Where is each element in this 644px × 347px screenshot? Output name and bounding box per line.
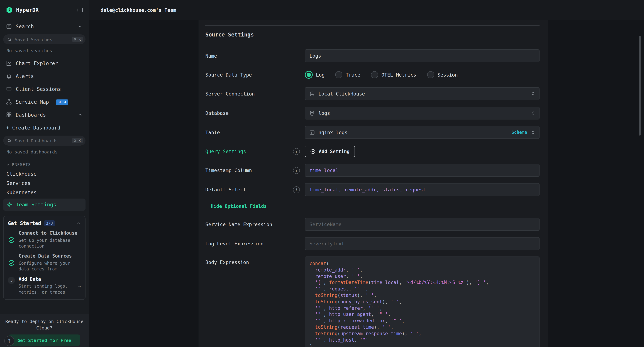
sidebar-item-services[interactable]: Services [0, 178, 89, 188]
section-divider [205, 26, 540, 26]
default-select-label: Default Select [205, 187, 246, 192]
select-value: logs [318, 110, 330, 116]
sidebar-item-chart-explorer[interactable]: Chart Explorer [0, 57, 89, 70]
database-icon [310, 110, 315, 116]
page-title: dale@clickhouse.com's Team [100, 7, 176, 13]
promo-line2: Cloud? [0, 325, 89, 331]
code-line: '"', http_x_forwarded_for, '" ', [310, 318, 535, 324]
default-select-row: Default Select ? [205, 183, 540, 196]
radio-icon [427, 71, 434, 78]
help-circle-icon[interactable]: ? [293, 186, 300, 193]
get-started-step-connect[interactable]: Connect to ClickHouse Set up your databa… [8, 230, 81, 249]
hide-optional-fields-link[interactable]: Hide Optional Fields [211, 204, 267, 209]
content-area: Source Settings Name Source Data Type [89, 20, 644, 347]
sidebar-item-kubernetes[interactable]: Kubernetes [0, 188, 89, 197]
radio-label: Log [316, 72, 325, 78]
app-window: HyperDX Search Saved Searches ⌘ K No sav… [0, 0, 644, 347]
table-row-field: Table nginx_logs Schema [205, 126, 540, 139]
get-started-step-sources[interactable]: Create Data Sources Configure where your… [8, 254, 81, 272]
step-desc: Configure where your data comes from [18, 260, 81, 272]
radio-log[interactable]: Log [305, 71, 325, 79]
presets-header[interactable]: PRESETS [6, 162, 89, 167]
sidebar-item-label: Search [16, 24, 34, 29]
add-setting-button[interactable]: Add Setting [305, 146, 355, 157]
radio-trace[interactable]: Trace [336, 71, 360, 78]
arrow-right-icon: → [78, 283, 81, 288]
sidebar-item-team-settings[interactable]: Team Settings [3, 198, 86, 211]
server-connection-label: Server Connection [205, 91, 255, 96]
saved-searches-input[interactable]: Saved Searches ⌘ K [3, 34, 86, 44]
select-value: Local ClickHouse [318, 91, 365, 96]
query-settings-label: Query Settings [205, 148, 246, 154]
code-line: '[', formatDateTime(time_local, '%d/%b/%… [310, 280, 535, 286]
sidebar-item-alerts[interactable]: Alerts [0, 70, 89, 83]
log-level-expression-label: Log Level Expression [205, 241, 264, 246]
plus-circle-icon [310, 149, 316, 154]
saved-dashboards-input[interactable]: Saved Dashboards ⌘ K [3, 136, 86, 146]
sidebar-item-client-sessions[interactable]: Client Sessions [0, 83, 89, 96]
create-dashboard-button[interactable]: + Create Dashboard [0, 121, 89, 134]
step-desc: Start sending logs, metrics, or traces [18, 284, 74, 295]
code-line: '"', http_host, '"' [310, 337, 535, 343]
name-input[interactable] [305, 49, 540, 62]
sidebar-item-dashboards[interactable]: Dashboards [0, 108, 89, 121]
sidebar-item-clickhouse[interactable]: ClickHouse [0, 169, 89, 178]
radio-icon [371, 71, 378, 78]
server-connection-select[interactable]: Local ClickHouse [305, 87, 540, 100]
sidebar-item-search[interactable]: Search [0, 20, 89, 33]
query-settings-row: Query Settings ? Add Setting [205, 145, 540, 158]
progress-badge: 2/3 [44, 220, 55, 226]
code-line: toString(status), ' ', [310, 292, 535, 299]
get-started-header[interactable]: Get Started 2/3 [8, 220, 81, 226]
get-started-free-button[interactable]: Get Started for Free [8, 334, 80, 346]
body-expression-code[interactable]: concat( remote_addr, ' ', remote_user, '… [305, 256, 540, 347]
body-expression-row: Body Expression concat( remote_addr, ' '… [205, 256, 540, 347]
chevron-up-icon [76, 221, 81, 226]
brand-name: HyperDX [16, 7, 74, 13]
service-map-icon [6, 99, 12, 105]
chevron-up-icon [78, 24, 83, 29]
sidebar-item-label: Alerts [16, 73, 34, 79]
log-level-expression-input[interactable] [305, 237, 540, 250]
timestamp-column-input[interactable] [305, 164, 540, 177]
create-dashboard-label: + Create Dashboard [6, 125, 60, 130]
schema-link[interactable]: Schema [512, 130, 527, 135]
default-select-input[interactable] [305, 183, 540, 196]
main-area: dale@clickhouse.com's Team Source Settin… [89, 0, 644, 347]
search-icon [7, 37, 12, 42]
timestamp-column-label: Timestamp Column [205, 168, 252, 173]
get-started-step-add-data[interactable]: 3 Add Data Start sending logs, metrics, … [8, 276, 81, 295]
sidebar-collapse-icon[interactable] [77, 7, 83, 13]
get-started-card: Get Started 2/3 Connect to ClickHouse Se… [3, 216, 86, 300]
radio-label: Trace [346, 72, 360, 78]
sidebar-item-service-map[interactable]: Service Map BETA [0, 96, 89, 108]
database-select[interactable]: logs [305, 106, 540, 120]
timestamp-column-row: Timestamp Column ? [205, 164, 540, 177]
help-circle-icon[interactable]: ? [293, 148, 300, 155]
radio-otel-metrics[interactable]: OTEL Metrics [371, 71, 416, 78]
no-saved-searches-text: No saved searches [6, 48, 89, 53]
chevron-updown-icon [530, 91, 536, 96]
help-circle-icon[interactable]: ? [293, 167, 300, 174]
table-label: Table [205, 130, 220, 135]
database-row: Database logs [205, 106, 540, 120]
name-row: Name [205, 49, 540, 62]
shortcut-badge: ⌘ K [72, 138, 83, 143]
beta-badge: BETA [56, 99, 68, 105]
service-name-expression-input[interactable] [305, 218, 540, 231]
name-label: Name [205, 53, 217, 59]
vertical-scrollbar-thumb[interactable] [639, 36, 641, 136]
source-data-type-row: Source Data Type Log Trace [205, 69, 540, 81]
step-title: Add Data [18, 276, 74, 282]
check-circle-icon [8, 230, 15, 249]
add-setting-label: Add Setting [319, 149, 350, 154]
step-title: Create Data Sources [18, 254, 81, 260]
table-select[interactable]: nginx_logs Schema [305, 126, 540, 139]
code-line: toString(body_bytes_sent), ' ', [310, 299, 535, 305]
promo-line1: Ready to deploy on ClickHouse [0, 318, 89, 325]
code-line: '"', http_user_agent, '" ', [310, 312, 535, 318]
radio-session[interactable]: Session [427, 71, 458, 78]
server-connection-row: Server Connection Local ClickHouse [205, 87, 540, 100]
search-section-icon [6, 24, 12, 29]
help-button[interactable]: ? [4, 336, 14, 346]
